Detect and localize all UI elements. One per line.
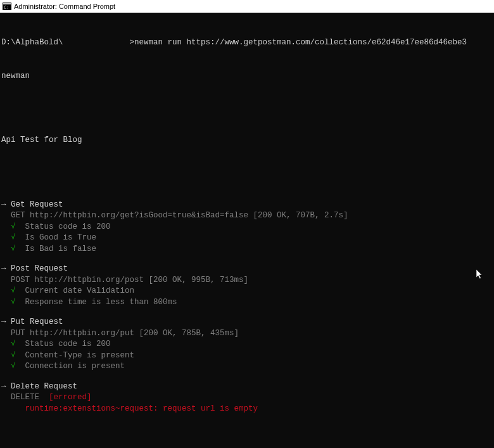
prompt-line: D:\AlphaBold\>newman run https://www.get…	[1, 37, 493, 49]
svg-rect-1	[3, 3, 11, 4]
assertion-line: √ Is Good is True	[1, 233, 493, 244]
error-line: runtime:extenstions~request: request url…	[1, 404, 493, 415]
cmd-icon: C:	[3, 3, 11, 10]
tool-name: newman	[1, 71, 493, 82]
window-title: Administrator: Command Prompt	[14, 3, 115, 10]
suite-title: Api Test for Blog	[1, 135, 493, 146]
request-line: POST http://httpbin.org/post [200 OK, 99…	[1, 275, 493, 286]
assertion-line: √ Content-Type is present	[1, 350, 493, 362]
window-titlebar: C: Administrator: Command Prompt	[0, 0, 494, 13]
assertion-line: √ Status code is 200	[1, 339, 493, 350]
svg-text:C:: C:	[4, 5, 9, 10]
request-name: → Get Request	[1, 200, 493, 211]
assertion-line: √ Connection is present	[1, 361, 493, 373]
assertion-line: √ Response time is less than 800ms	[1, 297, 493, 309]
request-line: DELETE [errored]	[1, 392, 493, 404]
assertion-line: √ Is Bad is false	[1, 244, 493, 255]
assertion-line: √ Current date Validation	[1, 286, 493, 297]
terminal-output: D:\AlphaBold\>newman run https://www.get…	[0, 13, 494, 448]
redacted-path	[63, 39, 130, 47]
request-line: GET http://httpbin.org/get?isGood=true&i…	[1, 210, 493, 222]
assertion-line: √ Status code is 200	[1, 222, 493, 233]
request-name: → Post Request	[1, 264, 493, 275]
request-line: PUT http://httpbin.org/put [200 OK, 785B…	[1, 328, 493, 340]
request-name: → Put Request	[1, 317, 493, 328]
request-name: → Delete Request	[1, 381, 493, 393]
